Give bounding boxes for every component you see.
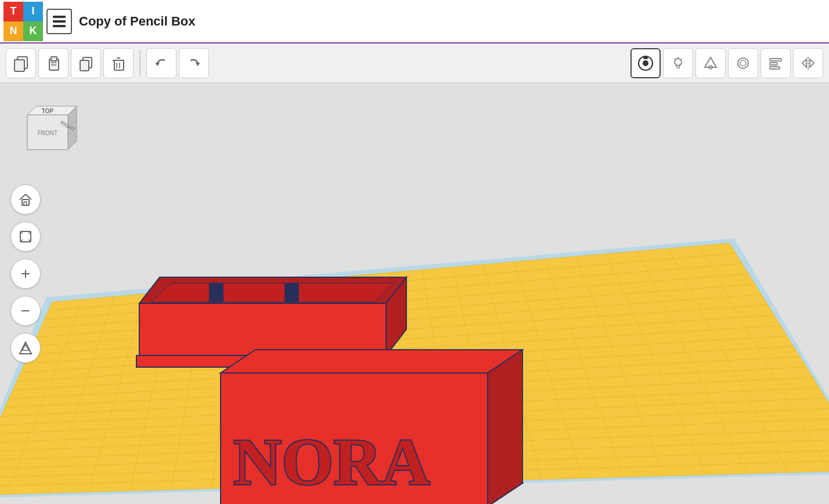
tinkercad-logo[interactable]: T I N K: [3, 2, 43, 41]
svg-rect-2: [53, 25, 66, 27]
undo-button[interactable]: [146, 48, 176, 78]
toolbar: [0, 43, 829, 83]
logo-i: I: [23, 2, 43, 21]
svg-rect-28: [770, 67, 780, 69]
logo-n: N: [3, 21, 23, 41]
home-button[interactable]: [10, 184, 41, 215]
toolbar-separator-1: [139, 50, 140, 76]
zoom-out-button[interactable]: −: [10, 296, 41, 326]
svg-text:TOP: TOP: [42, 108, 54, 114]
lighting-button[interactable]: [663, 48, 693, 78]
duplicate-button[interactable]: [71, 48, 101, 78]
svg-rect-10: [80, 60, 89, 71]
svg-point-25: [740, 60, 746, 66]
svg-point-17: [643, 60, 648, 66]
svg-line-21: [682, 59, 683, 60]
fit-screen-button[interactable]: [10, 222, 41, 252]
svg-rect-0: [53, 16, 66, 18]
design-menu-button[interactable]: [46, 9, 72, 34]
svg-rect-1: [53, 20, 66, 23]
left-controls-panel: + −: [10, 184, 41, 363]
svg-text:FRONT: FRONT: [38, 130, 57, 136]
topbar: T I N K Copy of Pencil Box: [0, 0, 829, 43]
svg-rect-40: [22, 200, 29, 205]
paste-button[interactable]: [38, 48, 69, 78]
copy-button[interactable]: [6, 48, 36, 78]
viewport[interactable]: TOP FRONT RIGHT +: [0, 83, 829, 504]
zoom-in-button[interactable]: +: [10, 259, 41, 289]
svg-rect-27: [770, 63, 777, 65]
svg-rect-11: [114, 60, 124, 70]
orientation-cube[interactable]: TOP FRONT RIGHT: [16, 95, 80, 170]
svg-line-22: [674, 59, 675, 60]
svg-rect-4: [15, 60, 24, 71]
perspective-button[interactable]: [10, 333, 41, 363]
3d-canvas[interactable]: [0, 83, 829, 504]
group-button[interactable]: [728, 48, 758, 78]
svg-rect-26: [770, 59, 781, 61]
svg-point-19: [675, 59, 682, 66]
align-button[interactable]: [760, 48, 791, 78]
svg-point-24: [738, 58, 748, 68]
project-title: Copy of Pencil Box: [79, 14, 195, 29]
svg-rect-18: [643, 56, 648, 59]
svg-rect-6: [51, 57, 57, 61]
shape-outline-button[interactable]: [695, 48, 726, 78]
logo-k: K: [23, 21, 43, 41]
delete-button[interactable]: [103, 48, 134, 78]
logo-t: T: [3, 2, 23, 21]
svg-marker-31: [810, 59, 814, 67]
redo-button[interactable]: [179, 48, 209, 78]
svg-marker-30: [802, 59, 806, 67]
mirror-button[interactable]: [793, 48, 823, 78]
camera-view-button[interactable]: [630, 48, 661, 78]
